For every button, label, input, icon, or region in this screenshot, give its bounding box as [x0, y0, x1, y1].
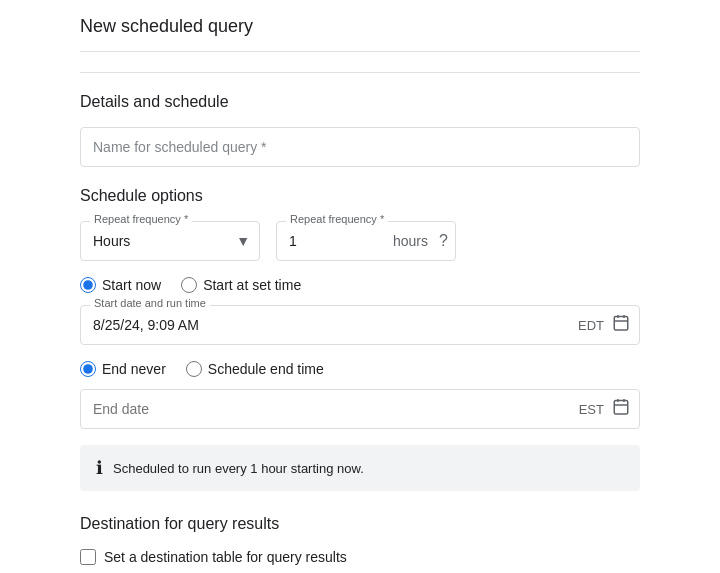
repeat-frequency-select[interactable]: Hours Days Weeks Months — [80, 221, 260, 261]
schedule-end-time-radio-label[interactable]: Schedule end time — [186, 361, 324, 377]
destination-section-title: Destination for query results — [80, 515, 640, 533]
start-at-set-time-radio[interactable] — [181, 277, 197, 293]
end-date-wrapper: EST — [80, 389, 640, 429]
start-at-set-time-radio-label[interactable]: Start at set time — [181, 277, 301, 293]
help-icon[interactable]: ? — [439, 232, 448, 250]
end-never-radio-label[interactable]: End never — [80, 361, 166, 377]
destination-table-checkbox[interactable] — [80, 549, 96, 565]
start-now-radio-label[interactable]: Start now — [80, 277, 161, 293]
repeat-frequency-number-label: Repeat frequency * — [286, 213, 388, 225]
start-date-timezone: EDT — [578, 318, 604, 333]
end-never-label: End never — [102, 361, 166, 377]
start-options-row: Start now Start at set time — [80, 277, 640, 293]
start-at-set-time-label: Start at set time — [203, 277, 301, 293]
start-date-input[interactable] — [80, 305, 640, 345]
section-divider — [80, 72, 640, 73]
info-box: ℹ Scheduled to run every 1 hour starting… — [80, 445, 640, 491]
repeat-frequency-number-wrapper: Repeat frequency * hours ? — [276, 221, 456, 261]
repeat-frequency-select-label: Repeat frequency * — [90, 213, 192, 225]
start-date-wrapper: Start date and run time EDT — [80, 305, 640, 345]
svg-rect-4 — [614, 401, 628, 415]
destination-section: Destination for query results Set a dest… — [80, 515, 640, 573]
end-options-row: End never Schedule end time — [80, 361, 640, 377]
destination-checkbox-row: Set a destination table for query result… — [80, 549, 640, 565]
schedule-end-time-radio[interactable] — [186, 361, 202, 377]
schedule-end-time-label: Schedule end time — [208, 361, 324, 377]
end-never-radio[interactable] — [80, 361, 96, 377]
end-date-timezone: EST — [579, 402, 604, 417]
scheduled-query-name-input[interactable] — [80, 127, 640, 167]
repeat-frequency-select-wrapper: Repeat frequency * Hours Days Weeks Mont… — [80, 221, 260, 261]
start-date-label: Start date and run time — [90, 297, 210, 309]
destination-table-checkbox-label[interactable]: Set a destination table for query result… — [104, 549, 347, 565]
page-title: New scheduled query — [80, 16, 640, 52]
start-now-radio[interactable] — [80, 277, 96, 293]
repeat-frequency-row: Repeat frequency * Hours Days Weeks Mont… — [80, 221, 640, 261]
start-now-label: Start now — [102, 277, 161, 293]
schedule-options-section: Schedule options Repeat frequency * Hour… — [80, 187, 640, 491]
details-section-title: Details and schedule — [80, 93, 640, 111]
details-section: Details and schedule — [80, 93, 640, 167]
hours-suffix: hours — [393, 233, 428, 249]
end-date-calendar-icon[interactable] — [612, 398, 630, 421]
start-date-calendar-icon[interactable] — [612, 314, 630, 337]
info-text: Scheduled to run every 1 hour starting n… — [113, 461, 364, 476]
schedule-section-title: Schedule options — [80, 187, 640, 205]
end-date-input[interactable] — [80, 389, 640, 429]
info-icon: ℹ — [96, 457, 103, 479]
svg-rect-0 — [614, 317, 628, 331]
repeat-frequency-number-input[interactable] — [276, 221, 456, 261]
